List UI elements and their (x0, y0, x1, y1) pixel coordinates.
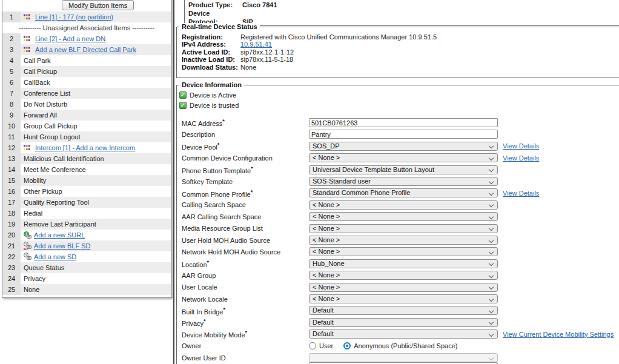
owner-radio-group: UserAnonymous (Public/Shared Space) (309, 342, 465, 349)
status-label: Inactive Load ID: (182, 56, 240, 63)
description-input[interactable] (309, 130, 498, 139)
phone-button-row: 25None (2, 284, 171, 295)
privacy-select[interactable]: Default (309, 318, 498, 327)
chevron-down-icon (489, 320, 494, 325)
selected-value: < None > (313, 225, 340, 232)
add-a-new-blf-sd-link[interactable]: Add a new BLF SD (34, 242, 91, 250)
description-row: Description (182, 128, 619, 140)
status-value: None (240, 64, 256, 71)
field-label: Softkey Template (182, 178, 309, 185)
user-hold-moh-audio-source-select[interactable]: < None > (309, 236, 498, 245)
required-asterisk: * (223, 306, 225, 313)
aar-group-select[interactable]: < None > (309, 271, 498, 280)
aar-calling-search-space-select[interactable]: < None > (309, 212, 498, 221)
field-label: Media Resource Group List (182, 225, 309, 232)
field-label: Network Locale (182, 296, 309, 303)
owner-row: OwnerUserAnonymous (Public/Shared Space) (182, 340, 619, 352)
modify-button-items-button[interactable]: Modify Button Items (62, 0, 134, 10)
common-phone-profile-select[interactable]: Standard Common Phone Profile (309, 188, 498, 197)
selected-value: < None > (313, 295, 340, 302)
field-label: Privacy* (182, 318, 309, 327)
device-is-trusted-indicator: ✓Device is trusted (179, 101, 239, 110)
chevron-down-icon (489, 226, 494, 231)
add-a-new-surl-link[interactable]: Add a new SURL (34, 231, 85, 239)
media-resource-group-list-select[interactable]: < None > (309, 224, 498, 233)
item-label: Queue Status (24, 264, 64, 271)
item-label: None (24, 286, 39, 293)
sd-icon (24, 253, 32, 261)
selected-value: Default (313, 306, 334, 314)
row-number: 17 (2, 197, 21, 208)
row-number: 14 (2, 164, 21, 175)
radio-label: User (319, 342, 333, 349)
add-a-new-blf-directed-call-park-link[interactable]: Add a new BLF Directed Call Park (35, 46, 136, 53)
add-a-new-sd-link[interactable]: Add a new SD (34, 253, 76, 260)
calling-search-space-row: Calling Search Space< None > (182, 199, 619, 211)
radio-label: Anonymous (Public/Shared Space) (354, 342, 457, 349)
separator-label: ---------- Unassigned Associated Items -… (19, 24, 154, 31)
content-divider (173, 0, 174, 364)
field-label: Owner User ID (182, 354, 309, 362)
chevron-down-icon (489, 308, 494, 313)
view-details-link[interactable]: View Details (503, 142, 539, 150)
view-details-link[interactable]: View Details (503, 190, 539, 197)
inactive-load-id-row: Inactive Load ID:sip78xx.11-5-1-18 (182, 56, 293, 63)
item-label: Quality Reporting Tool (24, 199, 89, 206)
mac-address-input[interactable] (309, 118, 498, 127)
item-label: Meet Me Conference (24, 166, 86, 173)
row-number: 3 (2, 44, 21, 55)
field-label: MAC Address* (182, 118, 309, 127)
network-hold-moh-audio-source-select[interactable]: < None > (309, 247, 498, 256)
row-number: 10 (2, 121, 21, 131)
status-label: Registration: (182, 33, 240, 41)
view-details-link[interactable]: View Details (503, 154, 539, 162)
chevron-down-icon (489, 261, 494, 266)
owner-user-radio[interactable] (309, 342, 316, 349)
softkey-template-select[interactable]: SOS-Standard user (309, 177, 498, 186)
calling-search-space-select[interactable]: < None > (309, 200, 498, 210)
location-row: Location*Hub_None (182, 258, 619, 270)
field-label: Device Mobility Mode* (182, 329, 309, 339)
item-label: Malicious Call Identification (24, 155, 104, 162)
item-label: Group Call Pickup (24, 122, 78, 130)
green-check-icon: ✓ (179, 102, 187, 109)
chevron-down-icon (489, 214, 494, 219)
status-value: sip78xx.12-1-1-12 (240, 48, 294, 56)
chevron-down-icon (489, 237, 494, 242)
user-hold-moh-audio-source-row: User Hold MOH Audio Source< None > (182, 234, 619, 246)
location-select[interactable]: Hub_None (309, 259, 498, 268)
row-number: 21 (2, 240, 21, 251)
owner-anonymous-public-shared-space-radio[interactable] (343, 342, 351, 349)
owner-user-id-select[interactable] (309, 353, 498, 362)
item-label: Other Pickup (24, 188, 62, 195)
intercom-1-add-a-new-intercom-link[interactable]: Intercom [1] - Add a new Intercom (35, 144, 135, 151)
phone-button-row: 7Conference List (2, 88, 171, 99)
phone-button-template-select[interactable]: Universal Device Template Button Layout (309, 165, 498, 174)
line-icon (24, 47, 33, 53)
user-locale-row: User Locale< None > (182, 282, 619, 293)
common-device-configuration-select[interactable]: < None > (309, 153, 498, 162)
phone-button-row: 14Meet Me Conference (2, 164, 171, 175)
network-hold-moh-audio-source-row: Network Hold MOH Audio Source< None > (182, 246, 619, 257)
item-label: Privacy (24, 275, 45, 282)
device-mobility-mode-select[interactable]: Default (309, 329, 498, 339)
row-number: 16 (2, 186, 21, 197)
device-pool-select[interactable]: SOS_DP (309, 142, 498, 151)
phone-button-row: 2Line [2] - Add a new DN (2, 33, 171, 44)
user-locale-select[interactable]: < None > (309, 283, 498, 292)
built-in-bridge-select[interactable]: Default (309, 306, 498, 315)
realtime-device-status-legend: Real-time Device Status (179, 23, 260, 30)
field-label: Calling Search Space (182, 201, 309, 208)
line-1-177-no-partition-link[interactable]: Line [1] - 177 (no partition) (35, 13, 113, 21)
line-2-add-a-new-dn-link[interactable]: Line [2] - Add a new DN (35, 35, 105, 42)
ipv4-address-link[interactable]: 10.9.51.41 (240, 41, 272, 48)
field-label: Device Pool* (182, 142, 309, 151)
chevron-down-icon (489, 296, 494, 301)
view-current-device-mobility-settings-link[interactable]: View Current Device Mobility Settings (503, 331, 614, 338)
row-number: 4 (2, 55, 21, 66)
green-check-icon: ✓ (179, 91, 187, 99)
row-number: 5 (2, 66, 21, 77)
network-locale-select[interactable]: < None > (309, 294, 498, 303)
phone-button-row: 9Forward All (2, 110, 171, 121)
status-label: Active Load ID: (182, 48, 240, 56)
